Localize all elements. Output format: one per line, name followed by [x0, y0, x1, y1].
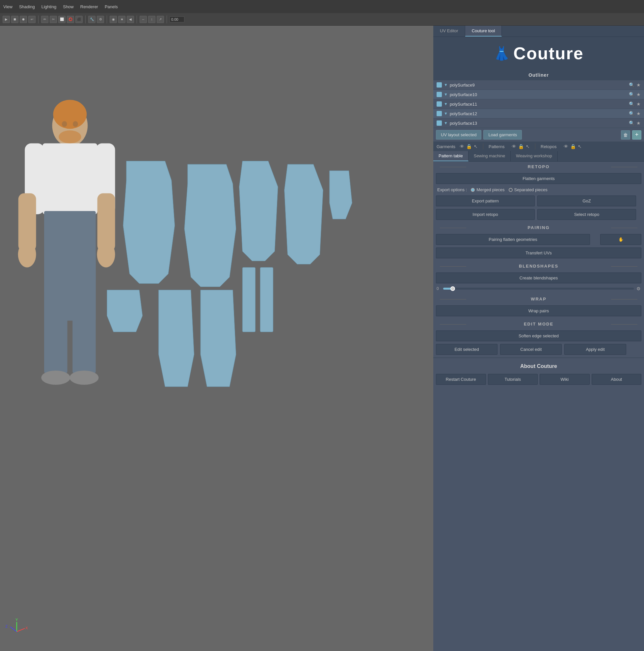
toolbar-icon-3[interactable]: ⏺ — [20, 16, 27, 23]
transfert-uvs-button[interactable]: Transfert UVs — [436, 248, 641, 258]
wiki-button[interactable]: Wiki — [540, 374, 590, 385]
tab-uv-editor[interactable]: UV Editor — [433, 26, 465, 36]
retopo-btn-row-2: Import retopo Select retopo — [433, 208, 644, 221]
outliner-actions-3: 🔍 ★ — [629, 101, 641, 106]
create-blendshapes-button[interactable]: Create blendshapes — [436, 273, 641, 283]
zoom-input[interactable] — [170, 17, 184, 22]
select-retopo-button[interactable]: Select retopo — [537, 209, 636, 220]
menu-shading[interactable]: Shading — [19, 4, 35, 9]
couture-header: 👗 Couture — [433, 37, 644, 70]
toolbar-icon-1[interactable]: ▶ — [3, 16, 10, 23]
outliner-item[interactable]: ▼ polySurface12 🔍 ★ — [433, 109, 644, 119]
menu-view[interactable]: View — [3, 4, 12, 9]
outliner-item[interactable]: ▼ polySurface9 🔍 ★ — [433, 80, 644, 90]
menu-show[interactable]: Show — [63, 4, 74, 9]
tab-sewing-machine[interactable]: Sewing machine — [468, 151, 511, 161]
toolbar-icon-17[interactable]: ↗ — [157, 16, 164, 23]
cancel-edit-button[interactable]: Cancel edit — [500, 344, 562, 355]
menu-panels[interactable]: Panels — [105, 4, 118, 9]
toolbar-icon-2[interactable]: ⏹ — [11, 16, 19, 23]
search-icon-4[interactable]: 🔍 — [629, 111, 635, 116]
outliner-item[interactable]: ▼ polySurface11 🔍 ★ — [433, 99, 644, 109]
slider-settings-icon[interactable]: ⚙ — [637, 286, 641, 291]
outliner-item[interactable]: ▼ polySurface13 🔍 ★ — [433, 119, 644, 128]
patterns-cursor-icon[interactable]: ↖ — [526, 144, 530, 149]
garments-cursor-icon[interactable]: ↖ — [474, 144, 478, 149]
toolbar-icon-10[interactable]: 🔧 — [88, 16, 95, 23]
retopo-btn-row-1: Export pattern GoZ — [433, 194, 644, 208]
svg-marker-18 — [123, 161, 175, 283]
retopo-header: RETOPO — [433, 162, 644, 172]
viewport[interactable]: X Y Z — [0, 26, 433, 651]
tutorials-button[interactable]: Tutorials — [488, 374, 538, 385]
garments-eye-icon[interactable]: 👁 — [460, 144, 464, 149]
add-button[interactable]: + — [632, 130, 641, 140]
outliner-title: Outliner — [433, 70, 644, 80]
outliner-icon-3 — [436, 101, 442, 106]
about-buttons: Restart Couture Tutorials Wiki About — [433, 372, 644, 387]
tab-weaving-workshop[interactable]: Weaving workshop — [511, 151, 558, 161]
pairing-header: PAIRING — [433, 222, 644, 233]
retopos-lock-icon[interactable]: 🔒 — [570, 144, 576, 149]
toolbar-icon-16[interactable]: ↕ — [148, 16, 155, 23]
search-icon-2[interactable]: 🔍 — [629, 92, 635, 97]
star-icon-2[interactable]: ★ — [637, 92, 641, 97]
toolbar-icon-7[interactable]: ⬜ — [58, 16, 65, 23]
goz-button[interactable]: GoZ — [537, 195, 636, 206]
search-icon-1[interactable]: 🔍 — [629, 82, 635, 88]
delete-button[interactable]: 🗑 — [621, 130, 630, 140]
svg-rect-27 — [260, 268, 273, 332]
retopos-eye-icon[interactable]: 👁 — [564, 144, 568, 149]
toolbar-divider-3 — [107, 16, 107, 23]
uv-layout-button[interactable]: UV layout selected — [436, 130, 481, 140]
outliner-actions-2: 🔍 ★ — [629, 92, 641, 97]
load-garments-button[interactable]: Load garments — [483, 130, 522, 140]
toolbar-icon-9[interactable]: ⬛ — [75, 16, 83, 23]
garments-lock-icon[interactable]: 🔒 — [466, 144, 472, 149]
toolbar-icon-13[interactable]: ★ — [118, 16, 125, 23]
toolbar-icon-8[interactable]: ⭕ — [67, 16, 74, 23]
edit-selected-button[interactable]: Edit selected — [436, 344, 497, 355]
toolbar-icon-6[interactable]: ✂ — [50, 16, 57, 23]
toolbar-icon-5[interactable]: ✏ — [41, 16, 49, 23]
export-pattern-button[interactable]: Export pattern — [436, 195, 535, 206]
patterns-lock-icon[interactable]: 🔒 — [518, 144, 524, 149]
soften-edge-button[interactable]: Soften edge selected — [436, 331, 641, 341]
search-icon-5[interactable]: 🔍 — [629, 120, 635, 126]
import-retopo-button[interactable]: Import retopo — [436, 209, 535, 220]
search-icon-3[interactable]: 🔍 — [629, 101, 635, 106]
tab-couture-tool[interactable]: Couture tool — [465, 26, 502, 36]
toolbar-icon-14[interactable]: ◀ — [127, 16, 134, 23]
toolbar-icon-4[interactable]: ↩ — [28, 16, 36, 23]
merged-pieces-radio[interactable]: Merged pieces — [471, 187, 504, 192]
outliner-icon-2 — [436, 92, 442, 97]
about-button[interactable]: About — [592, 374, 642, 385]
toolbar-icon-12[interactable]: ◉ — [110, 16, 117, 23]
restart-couture-button[interactable]: Restart Couture — [436, 374, 486, 385]
menu-lighting[interactable]: Lighting — [41, 4, 57, 9]
star-icon-3[interactable]: ★ — [637, 101, 641, 106]
menu-renderer[interactable]: Renderer — [80, 4, 98, 9]
patterns-eye-icon[interactable]: 👁 — [512, 144, 516, 149]
tab-pattern-table[interactable]: Pattern table — [433, 151, 468, 161]
pairing-hand-button[interactable]: ✋ — [600, 234, 641, 245]
outliner-item[interactable]: ▼ polySurface10 🔍 ★ — [433, 90, 644, 99]
svg-marker-21 — [284, 164, 323, 264]
pairing-flatten-button[interactable]: Pairing flatten geometries — [436, 234, 590, 245]
retopos-cursor-icon[interactable]: ↖ — [578, 144, 582, 149]
blendshapes-section: BLENDSHAPES Create blendshapes 0 ⚙ — [433, 261, 644, 294]
star-icon-1[interactable]: ★ — [637, 82, 641, 88]
wrap-pairs-button[interactable]: Wrap pairs — [436, 305, 641, 316]
apply-edit-button[interactable]: Apply edit — [564, 344, 626, 355]
star-icon-4[interactable]: ★ — [637, 111, 641, 116]
toolbar-icon-11[interactable]: ⚙ — [97, 16, 104, 23]
edit-mode-header: EDIT MODE — [433, 319, 644, 329]
blendshapes-slider[interactable] — [443, 288, 634, 290]
outliner-actions-1: 🔍 ★ — [629, 82, 641, 88]
flatten-garments-button[interactable]: Flatten garments — [436, 173, 641, 184]
merged-pieces-label: Merged pieces — [477, 187, 504, 192]
toolbar-icon-15[interactable]: ↔ — [140, 16, 147, 23]
separated-pieces-radio[interactable]: Separated pieces — [509, 187, 548, 192]
slider-thumb[interactable] — [451, 286, 455, 291]
star-icon-5[interactable]: ★ — [637, 120, 641, 126]
